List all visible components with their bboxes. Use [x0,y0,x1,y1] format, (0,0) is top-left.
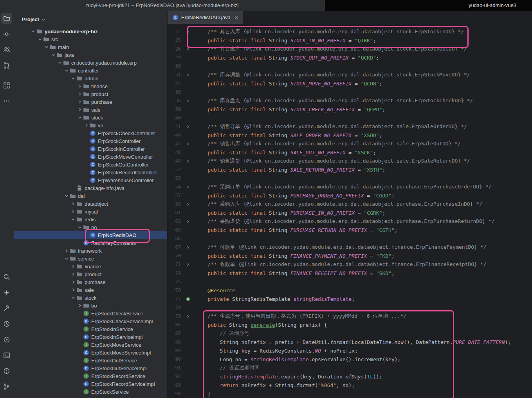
tree-item-RedisKeyConstants[interactable]: CRedisKeyConstants [14,239,167,247]
tree-item-purchase[interactable]: purchase [14,278,167,286]
chevron-down-icon[interactable] [36,36,43,42]
tree-item-ErpStockRecordService[interactable]: IErpStockRecordService [14,372,167,380]
code-line-58[interactable]: 58 /** 采购入库 {@link cn.iocoder.yudao.modu… [168,200,532,208]
chevron-right-icon[interactable] [76,91,83,97]
code-line-54[interactable]: 54 /** 采购订单 {@link cn.iocoder.yudao.modu… [168,183,532,191]
tree-item-mysql[interactable]: mysql [14,208,167,215]
tree-item-ErpStockService[interactable]: IErpStockService [14,388,167,396]
build-tool-icon[interactable] [1,303,12,314]
tree-item-product[interactable]: product [14,270,167,278]
tree-item-java[interactable]: java [14,51,167,59]
line-number[interactable]: 31 [168,72,181,78]
code-line-31[interactable]: 31 /** 库存调拨 {@link cn.iocoder.yudao.modu… [168,71,532,79]
line-number[interactable]: 87 [168,331,181,336]
code-text[interactable]: /** 销售出库 {@link cn.iocoder.yudao.module.… [195,140,461,147]
code-line-52[interactable]: 52 public static final String SALE_RETUR… [168,165,532,174]
tree-item-ErpStockOutServiceImpl[interactable]: CErpStockOutServiceImpl [14,364,167,372]
tree-item-framework[interactable]: framework [14,247,167,255]
line-number[interactable]: 48 [168,150,181,155]
line-number[interactable]: 65 [168,227,181,233]
fold-arrow-icon[interactable] [181,124,195,129]
tree-item-ErpStockInServiceImpl[interactable]: CErpStockInServiceImpl [14,333,167,341]
fold-arrow-icon[interactable] [181,159,195,164]
code-text[interactable]: Long no = stringRedisTemplate.opsForValu… [195,356,400,362]
tree-item-product[interactable]: product [14,90,167,98]
code-line-36[interactable]: 36 /** 库存盘点 {@link cn.iocoder.yudao.modu… [168,96,532,105]
line-number[interactable]: 40 [168,115,181,121]
chevron-down-icon[interactable] [63,255,70,262]
tree-item-finance[interactable]: finance [14,82,167,90]
code-line-75[interactable]: 75 [168,277,532,286]
code-line-41[interactable]: 41 /** 销售订单 {@link cn.iocoder.yudao.modu… [168,122,532,131]
code-text[interactable]: private StringRedisTemplate stringRedisT… [195,296,355,302]
code-text[interactable]: /** 其它入库 {@link cn.iocoder.yudao.module.… [195,28,464,35]
tree-item-ErpStockRecordController[interactable]: CErpStockRecordController [14,168,167,176]
chevron-right-icon[interactable] [63,248,70,254]
tree-item-purchase[interactable]: purchase [14,98,167,106]
chevron-down-icon[interactable] [30,28,36,34]
chevron-right-icon[interactable] [70,287,76,293]
tree-item-ErpStockRecordServiceImpl[interactable]: CErpStockRecordServiceImpl [14,380,167,388]
structure-tool-icon[interactable] [1,80,12,91]
code-text[interactable]: public static final String PURCHASE_IN_N… [195,210,385,216]
chevron-down-icon[interactable] [70,216,76,223]
tree-item-stock[interactable]: stock [14,114,167,121]
line-number[interactable]: 45 [168,141,181,147]
chevron-down-icon[interactable] [63,67,70,74]
code-text[interactable]: String key = RedisKeyConstants.NO + noPr… [195,348,358,354]
line-number[interactable]: 25 [168,38,181,43]
line-number[interactable]: 71 [168,262,181,267]
line-number[interactable]: 36 [168,98,181,103]
fold-arrow-icon[interactable] [181,72,195,78]
line-number[interactable]: 76 [168,288,181,293]
code-line-29[interactable]: 29 public static final String STOCK_OUT_… [168,53,532,62]
code-line-57[interactable]: 57 public static final String PURCHASE_O… [168,191,532,200]
tab-erpnoredisdao-java[interactable]: C ErpNoRedisDAO.java × [168,11,243,24]
chevron-down-icon[interactable] [43,44,50,50]
tree-item-ErpStockInService[interactable]: IErpStockInService [14,325,167,333]
line-number[interactable]: 49 [168,158,181,164]
code-line-87[interactable]: 87 // 递增序号 [168,329,532,338]
line-number[interactable]: 66 [168,236,181,241]
chevron-right-icon[interactable] [76,99,83,105]
code-line-34[interactable]: 34 public static final String STOCK_MOVE… [168,79,532,88]
background-window-title-bar[interactable]: yudao-ui-admin-vue3 [325,0,532,11]
code-text[interactable]: public static final String STOCK_OUT_NO_… [195,55,379,61]
line-number[interactable]: 53 [168,175,181,181]
line-number[interactable]: 74 [168,270,181,276]
code-line-92[interactable]: 92 stringRedisTemplate.expire(key, Durat… [168,372,532,381]
code-text[interactable]: public static final String PURCHASE_RETU… [195,227,398,233]
fold-arrow-icon[interactable] [181,262,195,267]
code-line-25[interactable]: 25 public static final String STOCK_IN_N… [168,36,532,45]
code-line-61[interactable]: 61 public static final String PURCHASE_I… [168,208,532,217]
code-text[interactable]: public static final String STOCK_IN_NO_P… [195,38,376,43]
code-text[interactable]: public static final String FINANCE_PAYME… [195,253,395,259]
line-number[interactable]: 44 [168,132,181,138]
commit-tool-icon[interactable] [1,29,12,40]
collaboration-icon[interactable] [1,44,12,55]
chevron-down-icon[interactable] [50,52,56,58]
tree-item-sale[interactable]: sale [14,286,167,294]
chevron-down-icon[interactable] [76,114,83,121]
tree-item-no[interactable]: no [14,223,167,231]
close-tab-icon[interactable]: × [233,14,238,21]
code-line-30[interactable]: 30 [168,62,532,71]
code-text[interactable]: } [195,391,211,397]
code-text[interactable]: public String generate(String prefix) { [195,322,327,328]
terminal-tool-icon[interactable] [1,350,12,361]
chevron-right-icon[interactable] [70,271,76,277]
tree-item-ErpNoRedisDAO[interactable]: CErpNoRedisDAO [14,231,167,239]
line-number[interactable]: 94 [168,391,181,396]
tree-item-cn.iocoder.yudao.module.erp[interactable]: cn.iocoder.yudao.module.erp [14,59,167,67]
fold-arrow-icon[interactable] [181,245,195,250]
line-number[interactable]: 75 [168,279,181,284]
code-editor[interactable]: 22 /** 其它入库 {@link cn.iocoder.yudao.modu… [168,24,532,398]
chevron-right-icon[interactable] [76,302,83,309]
code-text[interactable]: /** 采购订单 {@link cn.iocoder.yudao.module.… [195,183,491,190]
line-number[interactable]: 58 [168,201,181,207]
fold-arrow-icon[interactable] [181,314,195,319]
code-line-48[interactable]: 48 public static final String SALE_OUT_N… [168,148,532,157]
line-number[interactable]: 78 [168,305,181,310]
chevron-right-icon[interactable] [70,201,76,207]
line-number[interactable]: 90 [168,356,181,362]
